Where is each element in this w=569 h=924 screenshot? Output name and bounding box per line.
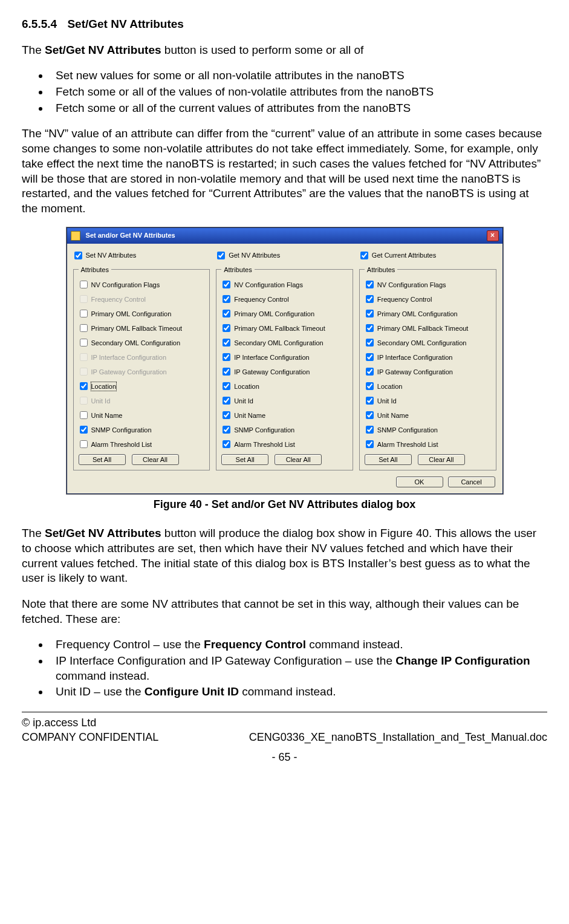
checkbox-input[interactable] xyxy=(366,339,374,346)
checkbox-label: Unit Name xyxy=(377,411,409,420)
checkbox-input[interactable] xyxy=(366,440,374,448)
intro-bullet-list: Set new values for some or all non-volat… xyxy=(22,68,547,116)
attribute-checkbox-row[interactable]: IP Interface Configuration xyxy=(223,353,348,362)
checkbox-input[interactable] xyxy=(80,324,88,332)
checkbox-input[interactable] xyxy=(223,339,230,346)
command-name-bold: Frequency Control xyxy=(204,638,306,651)
attribute-checkbox-row[interactable]: NV Configuration Flags xyxy=(366,280,491,290)
set-all-button[interactable]: Set All xyxy=(221,454,268,465)
attribute-checkbox-row[interactable]: Alarm Threshold List xyxy=(366,440,491,449)
cancel-button[interactable]: Cancel xyxy=(448,477,495,487)
checkbox-input[interactable] xyxy=(80,440,88,448)
checkbox-input[interactable] xyxy=(366,397,374,405)
column-header-checkbox[interactable]: Get Current Attributes xyxy=(360,251,496,261)
checkbox-label: Unit Name xyxy=(234,411,265,420)
attribute-checkbox-row[interactable]: Unit Name xyxy=(366,411,491,420)
attribute-checkbox-row[interactable]: Secondary OML Configuration xyxy=(80,338,205,348)
attribute-checkbox-row[interactable]: SNMP Configuration xyxy=(223,425,348,435)
checkbox-label: Get NV Attributes xyxy=(229,251,280,259)
checkbox-input[interactable] xyxy=(223,368,230,376)
checkbox-input[interactable] xyxy=(366,310,374,317)
close-icon[interactable]: × xyxy=(487,230,499,241)
attribute-checkbox-row[interactable]: Primary OML Fallback Timeout xyxy=(223,324,348,333)
checkbox-input[interactable] xyxy=(80,426,88,434)
attribute-checkbox-row[interactable]: NV Configuration Flags xyxy=(80,280,205,290)
attribute-checkbox-row[interactable]: Unit Name xyxy=(80,411,205,420)
checkbox-input[interactable] xyxy=(223,310,230,317)
checkbox-input[interactable] xyxy=(223,295,230,303)
checkbox-input[interactable] xyxy=(366,426,374,434)
checkbox-input[interactable] xyxy=(223,426,230,434)
attribute-checkbox-row[interactable]: NV Configuration Flags xyxy=(223,280,348,290)
attribute-checkbox-row[interactable]: Location xyxy=(366,382,491,391)
checkbox-input[interactable] xyxy=(366,295,374,303)
checkbox-input[interactable] xyxy=(366,353,374,361)
checkbox-input[interactable] xyxy=(366,324,374,332)
attribute-checkbox-row[interactable]: SNMP Configuration xyxy=(80,425,205,435)
button-name-bold: Set/Get NV Attributes xyxy=(45,44,161,56)
attribute-checkbox-row[interactable]: IP Gateway Configuration xyxy=(223,367,348,377)
checkbox-input[interactable] xyxy=(366,411,374,419)
attribute-checkbox-row[interactable]: Unit Id xyxy=(366,396,491,406)
attribute-checkbox-row[interactable]: Secondary OML Configuration xyxy=(223,338,348,348)
attribute-checkbox-row[interactable]: Location xyxy=(223,382,348,391)
dialog-column: Get NV AttributesAttributesNV Configurat… xyxy=(216,249,353,470)
clear-all-button[interactable]: Clear All xyxy=(275,454,322,465)
checkbox-input[interactable] xyxy=(80,411,88,419)
checkbox-input[interactable] xyxy=(80,310,88,317)
checkbox-label: Get Current Attributes xyxy=(372,251,436,259)
attribute-checkbox-row[interactable]: Location xyxy=(80,382,205,391)
attribute-checkbox-row[interactable]: Primary OML Fallback Timeout xyxy=(80,324,205,333)
list-item: Set new values for some or all non-volat… xyxy=(50,68,547,83)
command-name-bold: Configure Unit ID xyxy=(145,685,239,698)
attribute-checkbox-row[interactable]: Unit Id xyxy=(223,396,348,406)
checkbox-input[interactable] xyxy=(223,281,230,288)
checkbox-input[interactable] xyxy=(223,353,230,361)
list-item: Frequency Control – use the Frequency Co… xyxy=(50,637,547,652)
attribute-checkbox-row[interactable]: Frequency Control xyxy=(223,294,348,304)
checkbox-input[interactable] xyxy=(80,281,88,288)
checkbox-input[interactable] xyxy=(223,324,230,332)
post-figure-paragraph: The Set/Get NV Attributes button will pr… xyxy=(22,526,547,586)
set-all-button[interactable]: Set All xyxy=(79,454,126,465)
checkbox-input[interactable] xyxy=(223,411,230,419)
attribute-checkbox-row[interactable]: Frequency Control xyxy=(366,294,491,304)
checkbox-input[interactable] xyxy=(80,382,88,390)
column-header-checkbox[interactable]: Set NV Attributes xyxy=(74,251,210,261)
checkbox-input[interactable] xyxy=(366,382,374,390)
attribute-checkbox-row[interactable]: SNMP Configuration xyxy=(366,425,491,435)
attribute-checkbox-row: Unit Id xyxy=(80,396,205,406)
attribute-checkbox-row[interactable]: Unit Name xyxy=(223,411,348,420)
attribute-checkbox-row[interactable]: Primary OML Configuration xyxy=(80,309,205,319)
text: IP Interface Configuration and IP Gatewa… xyxy=(56,654,395,667)
checkbox-input[interactable] xyxy=(223,397,230,405)
checkbox-input[interactable] xyxy=(223,440,230,448)
attribute-checkbox-row[interactable]: Alarm Threshold List xyxy=(80,440,205,449)
attribute-checkbox-row[interactable]: Primary OML Fallback Timeout xyxy=(366,324,491,333)
attribute-checkbox-row[interactable]: Secondary OML Configuration xyxy=(366,338,491,348)
checkbox-input[interactable] xyxy=(223,382,230,390)
checkbox-label: Primary OML Configuration xyxy=(91,310,172,318)
footer-rule xyxy=(22,712,547,712)
attribute-checkbox-row[interactable]: Alarm Threshold List xyxy=(223,440,348,449)
ok-button[interactable]: OK xyxy=(396,477,443,487)
attribute-checkbox-row[interactable]: IP Gateway Configuration xyxy=(366,367,491,377)
checkbox-input[interactable] xyxy=(366,368,374,376)
attribute-checkbox-row[interactable]: Primary OML Configuration xyxy=(366,309,491,319)
attribute-checkbox-row[interactable]: IP Interface Configuration xyxy=(366,353,491,362)
checkbox-input[interactable] xyxy=(80,339,88,346)
checkbox-label: Location xyxy=(234,382,259,391)
checkbox-input[interactable] xyxy=(74,252,82,259)
set-all-button[interactable]: Set All xyxy=(365,454,412,465)
checkbox-input[interactable] xyxy=(360,252,368,259)
column-header-checkbox[interactable]: Get NV Attributes xyxy=(217,251,353,261)
clear-all-button[interactable]: Clear All xyxy=(132,454,179,465)
checkbox-input[interactable] xyxy=(217,252,225,259)
section-number: 6.5.5.4 xyxy=(22,18,57,30)
attribute-checkbox-row[interactable]: Primary OML Configuration xyxy=(223,309,348,319)
checkbox-input[interactable] xyxy=(366,281,374,288)
checkbox-label: Primary OML Fallback Timeout xyxy=(234,324,325,333)
clear-all-button[interactable]: Clear All xyxy=(418,454,465,465)
text: button is used to perform some or all of xyxy=(161,44,364,56)
list-item: Fetch some or all of the current values … xyxy=(50,101,547,116)
